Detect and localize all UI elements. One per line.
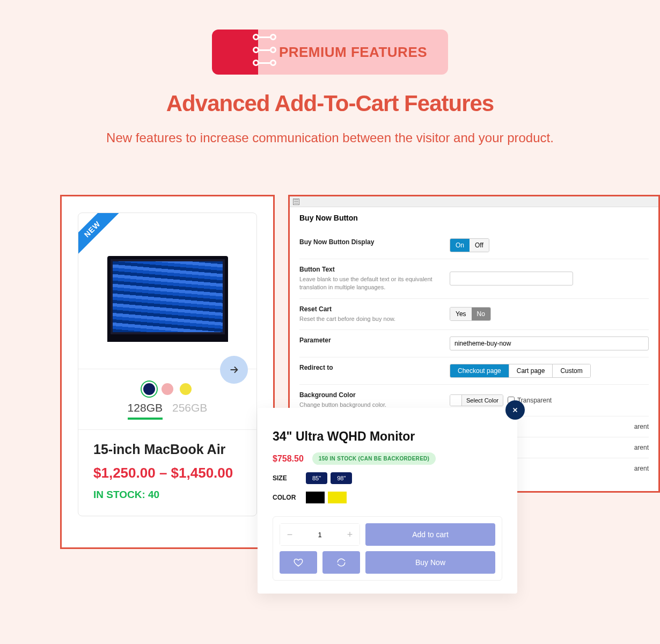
- next-arrow-button[interactable]: [220, 356, 248, 384]
- arrow-right-icon: [228, 364, 240, 376]
- size-option-98[interactable]: 98": [331, 472, 352, 484]
- page-subtitle: New features to increase communication b…: [0, 128, 660, 148]
- list-icon: [293, 199, 299, 205]
- heart-icon: [294, 558, 303, 567]
- qty-input[interactable]: [299, 524, 340, 545]
- parameter-label: Parameter: [299, 336, 450, 344]
- transparent-tail-3: arent: [634, 465, 649, 472]
- refresh-icon: [336, 558, 346, 567]
- settings-section-title: Buy Now Button: [299, 214, 649, 222]
- close-button[interactable]: [505, 400, 525, 420]
- buy-now-button[interactable]: Buy Now: [365, 551, 495, 574]
- add-to-cart-button[interactable]: Add to cart: [365, 523, 495, 546]
- bgcolor-label: Background Color: [299, 391, 450, 399]
- select-color-button[interactable]: Select Color: [450, 394, 503, 406]
- button-text-help: Leave blank to use the default text or i…: [299, 275, 450, 292]
- transparent-tail-2: arent: [634, 444, 649, 451]
- compare-button[interactable]: [322, 551, 360, 574]
- qty-decrease-button[interactable]: −: [280, 524, 299, 545]
- quick-add-popup: 34" Ultra WQHD Monitor $758.50 150 IN ST…: [258, 408, 517, 594]
- qty-increase-button[interactable]: +: [340, 524, 360, 545]
- popup-stock-badge: 150 IN STOCK (CAN BE BACKORDERED): [312, 452, 436, 465]
- reset-cart-help: Reset the cart before doing buy now.: [299, 315, 450, 323]
- capacity-256gb[interactable]: 256GB: [172, 401, 207, 420]
- page-title: Advanced Add-To-Cart Features: [0, 91, 660, 116]
- product-price: $1,250.00 – $1,450.00: [93, 465, 241, 481]
- redirect-label: Redirect to: [299, 364, 450, 371]
- capacity-128gb[interactable]: 128GB: [128, 401, 163, 420]
- product-stock: IN STOCK: 40: [93, 489, 241, 501]
- popup-title: 34" Ultra WQHD Monitor: [273, 429, 502, 444]
- wishlist-button[interactable]: [280, 551, 317, 574]
- close-icon: [511, 406, 519, 414]
- popup-color-yellow[interactable]: [328, 492, 347, 503]
- product-image: [107, 256, 228, 342]
- size-label: SIZE: [273, 474, 306, 482]
- transparent-tail-1: arent: [634, 423, 649, 430]
- parameter-input[interactable]: [450, 336, 649, 350]
- color-label: COLOR: [273, 494, 306, 501]
- redirect-segmented[interactable]: Checkout page Cart page Custom: [450, 364, 591, 378]
- size-option-85[interactable]: 85": [306, 472, 327, 484]
- color-swatch-blue[interactable]: [143, 383, 155, 395]
- product-name: 15-inch MacBook Air: [93, 442, 241, 457]
- premium-badge: PREMIUM FEATURES: [212, 30, 448, 75]
- quantity-stepper[interactable]: − +: [280, 523, 360, 546]
- button-text-input[interactable]: [450, 272, 573, 286]
- color-swatch-yellow[interactable]: [180, 383, 192, 395]
- color-swatch-pink[interactable]: [162, 383, 173, 395]
- reset-cart-label: Reset Cart: [299, 305, 450, 313]
- display-label: Buy Now Button Display: [299, 238, 450, 246]
- display-toggle[interactable]: On Off: [450, 238, 489, 252]
- product-card-panel: NEW 128GB 256GB 15-inch MacBook Air $1,2…: [60, 195, 275, 549]
- button-text-label: Button Text: [299, 266, 450, 273]
- popup-price: $758.50: [273, 454, 304, 464]
- reset-cart-toggle[interactable]: Yes No: [450, 307, 491, 321]
- badge-text: PREMIUM FEATURES: [279, 44, 427, 61]
- popup-color-black[interactable]: [306, 492, 325, 503]
